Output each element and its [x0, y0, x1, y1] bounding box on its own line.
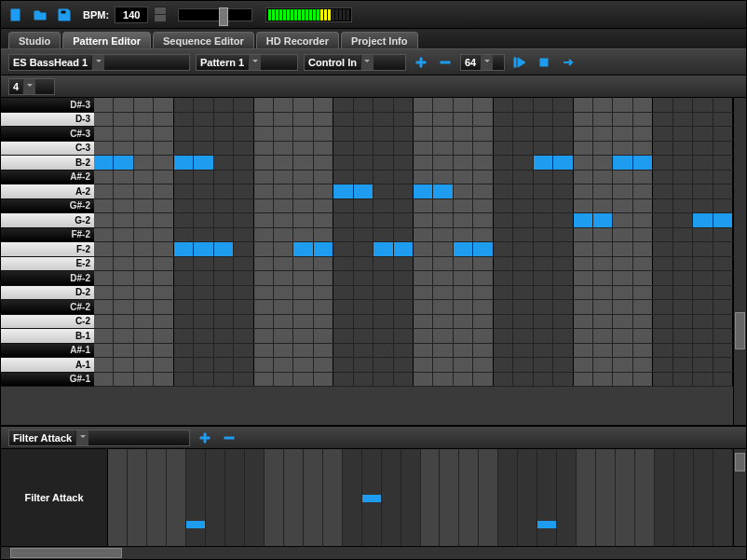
note-row[interactable] — [94, 329, 733, 344]
tab-bar: StudioPattern EditorSequence EditorHD Re… — [1, 29, 746, 49]
piano-key[interactable]: C#-3 — [1, 127, 94, 142]
note-row[interactable] — [94, 113, 733, 128]
note-row[interactable] — [94, 98, 733, 113]
note-row[interactable] — [94, 373, 733, 388]
piano-key[interactable]: A#-2 — [1, 171, 94, 185]
piano-key[interactable]: C-2 — [1, 315, 94, 330]
new-file-icon[interactable] — [7, 6, 25, 24]
piano-roll: D#-3D-3C#-3C-3B-2A#-2A-2G#-2G-2F#-2F-2E-… — [1, 98, 746, 425]
save-file-icon[interactable] — [55, 6, 74, 24]
note-row[interactable] — [94, 142, 733, 157]
piano-key[interactable]: D-2 — [1, 286, 94, 301]
play-icon[interactable] — [510, 54, 529, 71]
note-row[interactable] — [94, 171, 733, 185]
note-row[interactable] — [94, 127, 733, 142]
note-row[interactable] — [94, 228, 733, 243]
plus-icon[interactable] — [412, 54, 430, 71]
note-row[interactable] — [94, 358, 733, 373]
piano-key[interactable]: F#-2 — [1, 228, 94, 243]
bpm-label: BPM: — [83, 9, 109, 20]
steps-select[interactable]: 64 — [460, 54, 505, 71]
horizontal-scrollbar[interactable] — [1, 546, 746, 559]
app-root: BPM: 140 StudioPattern EditorSequence Ed… — [0, 0, 747, 560]
piano-key[interactable]: G#-2 — [1, 199, 94, 214]
zoom-bar: 4 — [1, 75, 746, 98]
tab-hd-recorder[interactable]: HD Recorder — [256, 32, 339, 48]
note-row[interactable] — [94, 257, 733, 272]
note-row[interactable] — [94, 271, 733, 286]
control-type-select[interactable]: Control In — [304, 54, 406, 71]
piano-key[interactable]: D-3 — [1, 113, 94, 128]
svg-rect-2 — [441, 61, 450, 63]
pattern-toolbar: ES BassHead 1 Pattern 1 Control In 64 — [1, 49, 746, 75]
bpm-value[interactable]: 140 — [115, 7, 148, 23]
open-file-icon[interactable] — [31, 6, 49, 24]
bpm-spinner[interactable] — [154, 7, 167, 23]
controller-grid[interactable] — [108, 449, 733, 546]
piano-key[interactable]: A#-1 — [1, 344, 94, 359]
level-meter — [265, 7, 352, 22]
volume-slider[interactable] — [178, 8, 252, 21]
pattern-select[interactable]: Pattern 1 — [196, 54, 298, 71]
controller-toolbar: Filter Attack — [1, 427, 746, 449]
piano-key[interactable]: D#-3 — [1, 98, 94, 113]
piano-key[interactable]: F-2 — [1, 242, 94, 257]
instrument-select[interactable]: ES BassHead 1 — [8, 54, 190, 71]
note-row[interactable] — [94, 242, 733, 257]
note-row[interactable] — [94, 286, 733, 301]
loop-icon[interactable] — [559, 54, 577, 71]
svg-rect-0 — [11, 9, 20, 20]
piano-key[interactable]: E-2 — [1, 257, 94, 272]
svg-rect-4 — [540, 59, 548, 66]
note-row[interactable] — [94, 199, 733, 214]
svg-rect-5 — [224, 437, 234, 439]
controller-select[interactable]: Filter Attack — [8, 430, 190, 446]
piano-key[interactable]: D#-2 — [1, 271, 94, 286]
note-row[interactable] — [94, 315, 733, 330]
piano-key[interactable]: C#-2 — [1, 300, 94, 315]
note-row[interactable] — [94, 213, 733, 228]
vertical-scrollbar[interactable] — [733, 98, 746, 425]
minus-icon[interactable] — [436, 54, 455, 71]
tab-sequence-editor[interactable]: Sequence Editor — [153, 32, 254, 48]
note-row[interactable] — [94, 300, 733, 315]
note-row[interactable] — [94, 156, 733, 171]
note-row[interactable] — [94, 184, 733, 199]
piano-key[interactable]: A-2 — [1, 184, 94, 199]
piano-key[interactable]: A-1 — [1, 358, 94, 373]
ctrl-plus-icon[interactable] — [196, 430, 214, 446]
note-row[interactable] — [94, 344, 733, 359]
piano-key[interactable]: B-2 — [1, 156, 94, 171]
controller-label: Filter Attack — [1, 449, 108, 546]
ctrl-vertical-scrollbar[interactable] — [733, 449, 746, 546]
piano-key[interactable]: G#-1 — [1, 373, 94, 388]
piano-key[interactable]: C-3 — [1, 142, 94, 157]
zoom-select[interactable]: 4 — [8, 78, 55, 95]
controller-section: Filter Attack Filter Attack — [1, 425, 746, 546]
svg-rect-3 — [514, 58, 516, 67]
top-toolbar: BPM: 140 — [1, 1, 746, 29]
tab-studio[interactable]: Studio — [8, 32, 61, 48]
piano-key[interactable]: B-1 — [1, 329, 94, 344]
tab-pattern-editor[interactable]: Pattern Editor — [62, 32, 151, 48]
tab-project-info[interactable]: Project Info — [341, 32, 418, 48]
ctrl-minus-icon[interactable] — [220, 430, 238, 446]
svg-rect-1 — [61, 10, 66, 14]
piano-key[interactable]: G-2 — [1, 213, 94, 228]
stop-icon[interactable] — [535, 54, 553, 71]
